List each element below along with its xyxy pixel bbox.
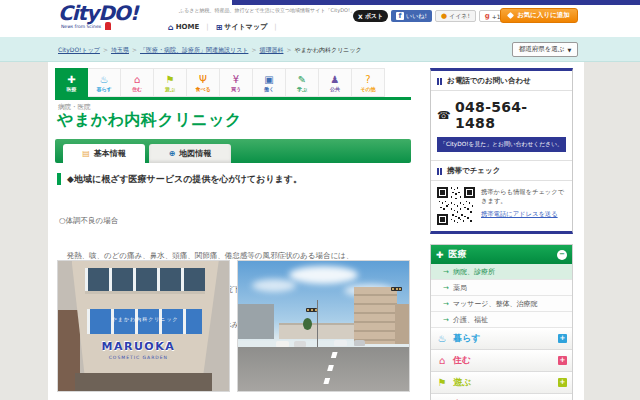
menu-section-eat[interactable]: Ψ 食べる + — [431, 394, 572, 400]
menu-section-medical-label: 医療 — [449, 248, 552, 261]
medical-kit-icon: ✚ — [436, 250, 444, 260]
nav-separator: | — [206, 23, 208, 31]
breadcrumb-link-prefecture[interactable]: 埼玉県 — [111, 46, 129, 53]
mobile-check-text: 携帯からも情報をチェックできます。 — [481, 188, 564, 204]
category-underline — [55, 97, 411, 100]
phone-number-value: 048-564-1488 — [455, 99, 566, 131]
tab-work[interactable]: ▣ 働く — [253, 68, 286, 97]
living-icon: ♨ — [436, 333, 448, 344]
photo-art — [276, 341, 289, 347]
nav-sitemap[interactable]: ⊞ サイトマップ — [216, 22, 268, 32]
photo-art — [317, 300, 318, 347]
citydo-logo[interactable]: CityDO! News from Scinex — [58, 2, 138, 30]
menu-item-hospitals[interactable]: → 病院、診療所 — [431, 264, 572, 280]
breadcrumb-separator: > — [103, 46, 108, 53]
tab-shopping[interactable]: ¥ 買う — [220, 68, 253, 97]
tab-play[interactable]: ⚑ 遊ぶ — [154, 68, 187, 97]
menu-section-lifestyle[interactable]: ♨ 暮らす + — [431, 328, 572, 350]
tab-lifestyle[interactable]: ♨ 暮らす — [88, 68, 121, 97]
photo-art — [75, 373, 212, 391]
logo-tagline: News from Scinex — [61, 24, 101, 29]
breadcrumb-band: CityDO!トップ>埼玉県>「医療・病院、診療所」関連施設リスト>循環器科>や… — [0, 36, 640, 62]
question-icon: ? — [365, 74, 370, 85]
favorite-icon — [507, 12, 514, 19]
add-favorite-label: お気に入りに追加 — [517, 11, 570, 20]
photo-art — [306, 308, 317, 312]
menu-item-carewelfare[interactable]: → 介護、福祉 — [431, 312, 572, 328]
photo-art — [391, 287, 402, 291]
expand-toggle-icon[interactable]: + — [558, 334, 567, 343]
breadcrumb: CityDO!トップ>埼玉県>「医療・病院、診療所」関連施設リスト>循環器科>や… — [58, 46, 362, 55]
tab-learn-label: 学ぶ — [297, 86, 307, 92]
menu-section-play[interactable]: ⚑ 遊ぶ + — [431, 372, 572, 394]
tab-play-label: 遊ぶ — [165, 86, 175, 92]
breadcrumb-link-top[interactable]: CityDO!トップ — [58, 46, 100, 53]
menu-section-lifestyle-label: 暮らす — [453, 332, 553, 345]
expand-toggle-icon[interactable]: + — [558, 356, 567, 365]
expand-toggle-icon[interactable]: + — [558, 378, 567, 387]
globe-icon: ⊕ — [169, 149, 176, 158]
tab-other[interactable]: ? その他 — [352, 68, 385, 97]
send-to-mobile-link[interactable]: 携帯電話にアドレスを送る — [481, 209, 558, 218]
house-icon: ⌂ — [436, 355, 448, 366]
breadcrumb-link-department[interactable]: 循環器科 — [259, 46, 283, 53]
golf-flag-icon: ⚑ — [166, 74, 175, 85]
living-icon: ♨ — [100, 74, 109, 85]
street-view-photo — [237, 260, 410, 392]
facebook-like-button[interactable]: f いいね! — [391, 10, 432, 22]
photo-art — [334, 340, 347, 346]
tab-map-info[interactable]: ⊕ 地図情報 — [149, 144, 231, 163]
tab-eat[interactable]: Ψ 食べる — [187, 68, 220, 97]
arrow-icon: → — [443, 268, 449, 276]
tab-learn[interactable]: ✎ 学ぶ — [286, 68, 319, 97]
shopping-bag-icon: ¥ — [233, 74, 239, 85]
mixi-check-button[interactable]: ● イイネ! — [435, 10, 476, 22]
chevron-down-icon: ▼ — [567, 47, 571, 53]
tab-work-label: 働く — [264, 86, 274, 92]
contact-header: お電話でのお問い合わせ — [431, 71, 572, 91]
tab-housing-label: 住む — [132, 86, 142, 92]
breadcrumb-link-list[interactable]: 「医療・病院、診療所」関連施設リスト — [140, 46, 248, 53]
photo-art — [238, 304, 274, 339]
house-icon: ⌂ — [134, 74, 140, 85]
menu-item-carewelfare-label: 介護、福祉 — [453, 315, 488, 325]
tab-eat-label: 食べる — [195, 86, 210, 92]
menu-section-housing[interactable]: ⌂ 住む + — [431, 350, 572, 372]
page-title: やまかわ内科クリニック — [57, 110, 242, 131]
social-buttons: X ポスト f いいね! ● イイネ! g +1 — [353, 10, 507, 22]
phone-number: ☎ 048-564-1488 — [431, 91, 572, 135]
menu-item-hospitals-label: 病院、診療所 — [453, 267, 495, 277]
building-brand-sign: MARUOKA — [68, 340, 208, 353]
section-bars-icon — [437, 78, 439, 85]
building-sign-text: やまかわ内科クリニック — [89, 316, 202, 322]
tab-basic-info-label: 基本情報 — [94, 148, 126, 159]
section-headline: ◆地域に根ざす医療サービスの提供を心がけております。 — [57, 173, 302, 185]
menu-item-pharmacy[interactable]: → 薬局 — [431, 280, 572, 296]
x-post-button[interactable]: X ポスト — [353, 10, 388, 22]
nav-home[interactable]: ⌂ HOME — [168, 23, 199, 32]
breadcrumb-current: やまかわ内科クリニック — [294, 46, 361, 53]
tab-medical[interactable]: ✚ 医療 — [55, 68, 88, 97]
add-favorite-button[interactable]: お気に入りに追加 — [500, 8, 578, 23]
menu-section-medical[interactable]: ✚ 医療 − — [431, 245, 572, 264]
menu-item-massage[interactable]: → マッサージ、整体、治療院 — [431, 296, 572, 312]
mobile-header-label: 携帯でチェック — [447, 166, 500, 176]
prefecture-select[interactable]: 都道府県を選ぶ ▼ — [512, 42, 578, 57]
breadcrumb-separator: > — [132, 46, 137, 53]
tab-basic-info[interactable]: ▤ 基本情報 — [63, 144, 145, 163]
site-description: ふるさと納税、特産品、旅行などで生活に役立つ地域情報サイト「CityDO!」 — [179, 7, 355, 13]
photo-art — [294, 341, 306, 347]
clinic-building-photo: やまかわ内科クリニック MARUOKA COSMETIC GARDEN — [57, 260, 230, 392]
phone-icon: ☎ — [437, 109, 451, 122]
collapse-toggle-icon[interactable]: − — [557, 250, 567, 260]
photo-art — [85, 268, 205, 294]
menu-item-pharmacy-label: 薬局 — [453, 283, 467, 293]
info-tab-bar: ▤ 基本情報 ⊕ 地図情報 — [55, 139, 411, 163]
menu-section-play-label: 遊ぶ — [453, 376, 553, 389]
sidebar: お電話でのお問い合わせ ☎ 048-564-1488 「CityDO!を見た」と… — [430, 68, 573, 400]
tab-shopping-label: 買う — [231, 86, 241, 92]
photo-art — [354, 340, 365, 346]
tab-public[interactable]: ♟ 公共 — [319, 68, 352, 97]
tab-housing[interactable]: ⌂ 住む — [121, 68, 154, 97]
x-post-label: ポスト — [365, 12, 383, 21]
